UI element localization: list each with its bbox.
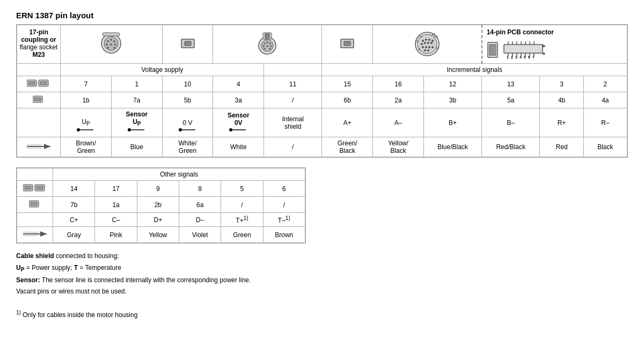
other-color-yellow: Yellow	[137, 227, 179, 243]
note-line3: Sensor: The sensor line is connected int…	[16, 275, 628, 285]
notes-section: Cable shield connected to housing; UP = …	[16, 251, 628, 320]
pin14-5b: 5b	[162, 92, 213, 108]
svg-text:15: 15	[434, 35, 438, 38]
small-conn-pair-icon2	[23, 183, 47, 193]
svg-point-18	[263, 45, 265, 47]
color-green-black: Green/Black	[322, 137, 373, 157]
svg-point-32	[431, 40, 434, 42]
other-signals-label: Other signals	[53, 168, 305, 181]
svg-point-8	[107, 47, 109, 49]
svg-rect-81	[40, 82, 47, 85]
other-signals-label-row: Other signals	[17, 168, 305, 181]
color-red-black: Red/Black	[482, 137, 540, 157]
note-footnote: 1) Only for cables inside the motor hous…	[16, 308, 628, 320]
pin17-10: 10	[162, 76, 213, 92]
secondary-table: Other signals 14 17 9 8 5 6	[17, 168, 305, 243]
svg-text:3: 3	[515, 55, 517, 58]
14pin-label: 14-pin PCB connector	[487, 28, 623, 36]
other-pin14-2b: 2b	[137, 197, 179, 213]
svg-text:17: 17	[436, 47, 440, 50]
pin17-7: 7	[61, 76, 112, 92]
single-conn-icon	[33, 94, 45, 104]
row-17pin: 7 1 10 4 11 15 16 12 13 3 2	[17, 76, 627, 92]
pin14-1b: 1b	[61, 92, 112, 108]
svg-text:7: 7	[532, 55, 535, 58]
svg-rect-83	[34, 98, 41, 101]
other-color-gray: Gray	[53, 227, 95, 243]
svg-point-34	[424, 42, 426, 44]
svg-point-6	[110, 43, 112, 46]
svg-point-22	[269, 48, 272, 50]
svg-point-19	[267, 45, 269, 47]
other-row-14pin: 7b 1a 2b 6a / /	[17, 197, 305, 213]
other-pin14-6a: 6a	[179, 197, 221, 213]
other-pin14-1a: 1a	[95, 197, 137, 213]
signal-0v: 0 V	[166, 119, 210, 127]
small-conn-pair-icon	[27, 78, 50, 88]
other-color-green: Green	[221, 227, 263, 243]
svg-point-86	[128, 128, 131, 131]
tminus-sup: 1)	[286, 215, 290, 221]
pin17-2: 2	[583, 76, 627, 92]
svg-point-30	[425, 39, 427, 41]
svg-marker-93	[44, 144, 50, 149]
wire-cable-icon	[27, 142, 50, 151]
main-table: 17-pin coupling or flange socket M23	[17, 25, 627, 157]
color-white: White	[213, 137, 264, 157]
other-signal-dminus: D–	[179, 213, 221, 227]
pin14-3b: 3b	[423, 92, 481, 108]
pcb-small-icon	[487, 40, 499, 60]
other-row-colors: Gray Pink Yellow Violet Green Brown	[17, 227, 305, 243]
other-pin17-8: 8	[179, 181, 221, 197]
svg-point-31	[428, 39, 430, 41]
section-label-row: Voltage supply Incremental signals	[17, 64, 627, 76]
color-blue-black: Blue/Black	[423, 137, 481, 157]
other-pin14-slash2: /	[263, 197, 305, 213]
signal-rminus: R–	[583, 108, 627, 137]
color-white-green: White/Green	[162, 137, 213, 157]
signal-sensor-0v: Sensor0V	[216, 112, 260, 127]
svg-text:1: 1	[507, 55, 509, 58]
row-signals: UP SensorUP 0 V	[17, 108, 627, 137]
pin14-6b: 6b	[322, 92, 373, 108]
color-slash1: /	[264, 137, 322, 157]
signal-bplus: B+	[423, 108, 481, 137]
pin17-1: 1	[111, 76, 162, 92]
up-line-icon	[76, 127, 96, 133]
17pin-label: 17-pin coupling or	[21, 28, 56, 43]
svg-rect-99	[36, 186, 43, 189]
wire-cable-icon2	[23, 229, 47, 239]
pin14-slash1: /	[264, 92, 322, 108]
svg-point-5	[106, 43, 108, 46]
pin17-3: 3	[540, 76, 583, 92]
svg-rect-26	[344, 41, 350, 46]
svg-point-33	[421, 43, 423, 45]
other-color-violet: Violet	[179, 227, 221, 243]
flat-connector-icon	[179, 36, 196, 51]
svg-text:11: 11	[419, 35, 422, 38]
color-yellow-black: Yellow/Black	[373, 137, 424, 157]
pcb-main-icon: b a 1 2 3 4 5 6 7	[503, 39, 546, 58]
svg-point-41	[424, 49, 426, 52]
svg-point-84	[77, 128, 80, 131]
incremental-signals-label: Incremental signals	[322, 64, 627, 76]
svg-text:4: 4	[519, 55, 522, 58]
other-pin17-17: 17	[95, 181, 137, 197]
other-signal-cplus: C+	[53, 213, 95, 227]
pin14-4b: 4b	[540, 92, 583, 108]
pin17-16: 16	[373, 76, 424, 92]
note-line2: UP = Power supply; T = Temperature	[16, 263, 628, 274]
sensor-0v-line-icon	[229, 127, 248, 133]
svg-rect-79	[28, 82, 35, 85]
note-line4: Vacant pins or wires must not be used.	[16, 286, 628, 297]
pin17-12: 12	[423, 76, 481, 92]
secondary-table-wrapper: Other signals 14 17 9 8 5 6	[16, 167, 306, 244]
page-title: ERN 1387 pin layout	[16, 11, 628, 20]
signal-internal-shield: Internalshield	[267, 115, 318, 130]
signal-up: UP	[64, 118, 108, 127]
other-signal-dplus: D+	[137, 213, 179, 227]
signal-aplus: A+	[322, 108, 373, 137]
svg-rect-10	[103, 33, 120, 36]
circular-multipin-icon: 10 15 11 8 6 17	[411, 29, 443, 58]
signal-sensor-up: SensorUP	[115, 111, 159, 127]
